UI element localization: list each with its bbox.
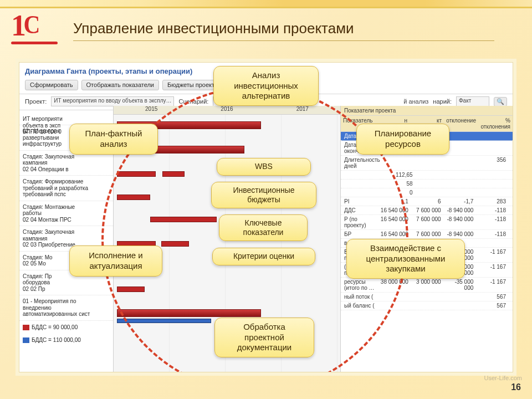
slide-title: Управление инвестиционными проектами bbox=[73, 20, 494, 41]
task-row: 01 - Мероприятия по внедрению автоматизи… bbox=[19, 295, 113, 321]
bubble-wbs: WBS bbox=[217, 158, 311, 176]
bubble-documentation: Обработка проектной документации bbox=[214, 318, 314, 357]
field-scenario2[interactable]: Факт bbox=[456, 96, 489, 106]
row-duration: Длительность дней bbox=[344, 157, 381, 169]
bubble-execution: Исполнение и актуализация bbox=[69, 245, 162, 277]
bubble-procurement: Взаимодействие с централизованными закуп… bbox=[346, 239, 465, 279]
content-board: Диаграмма Ганта (проекты, этапы и операц… bbox=[19, 62, 513, 372]
watermark: User-Life.com bbox=[484, 375, 522, 381]
bubble-investment-budgets: Инвестиционные бюджеты bbox=[211, 182, 316, 208]
legend-row: БДДС = 110 000,00 bbox=[19, 334, 113, 346]
task-row: ИТ мероприяти объекта в эксп БППС 10 600… bbox=[19, 106, 113, 125]
page-number: 16 bbox=[511, 382, 521, 392]
year-label: 2016 bbox=[189, 106, 264, 114]
legend-row: БДДС = 90 000,00 bbox=[19, 321, 113, 334]
btn-generate[interactable]: Сформировать bbox=[25, 80, 78, 90]
lbl-project: Проект: bbox=[25, 98, 47, 105]
bubble-criteria: Критерии оценки bbox=[212, 248, 315, 265]
field-project[interactable]: ИТ мероприятия по вводу объекта в эксплу… bbox=[51, 96, 174, 106]
bubble-analysis-alternatives: Анализ инвестиционных альтернатив bbox=[213, 66, 319, 106]
bubble-kpi: Ключевые показатели bbox=[219, 214, 308, 241]
lbl-scenario: Сценарий: bbox=[178, 98, 208, 105]
task-row: Стадия: Монтажные работы 02 04 Монтаж ПР… bbox=[19, 201, 113, 227]
indicators-title: Показатели проекта bbox=[341, 106, 513, 116]
search-icon[interactable]: 🔍 bbox=[494, 97, 507, 106]
txt-analysis-cut: й анализ bbox=[403, 98, 428, 105]
bubble-resource-planning: Планирование ресурсов bbox=[356, 124, 449, 155]
bubble-plan-fact: План-фактный анализ bbox=[69, 124, 158, 155]
year-label: 2017 bbox=[265, 106, 340, 114]
task-row: Стадия: Формирование требований и разраб… bbox=[19, 176, 113, 201]
btn-show-indicators[interactable]: Отображать показатели bbox=[81, 80, 159, 90]
logo-1c: 1С bbox=[11, 12, 61, 40]
col-pct: % отклонения bbox=[478, 116, 513, 131]
lbl-scenario2: нарий: bbox=[433, 98, 452, 105]
year-label: 2015 bbox=[114, 106, 189, 114]
